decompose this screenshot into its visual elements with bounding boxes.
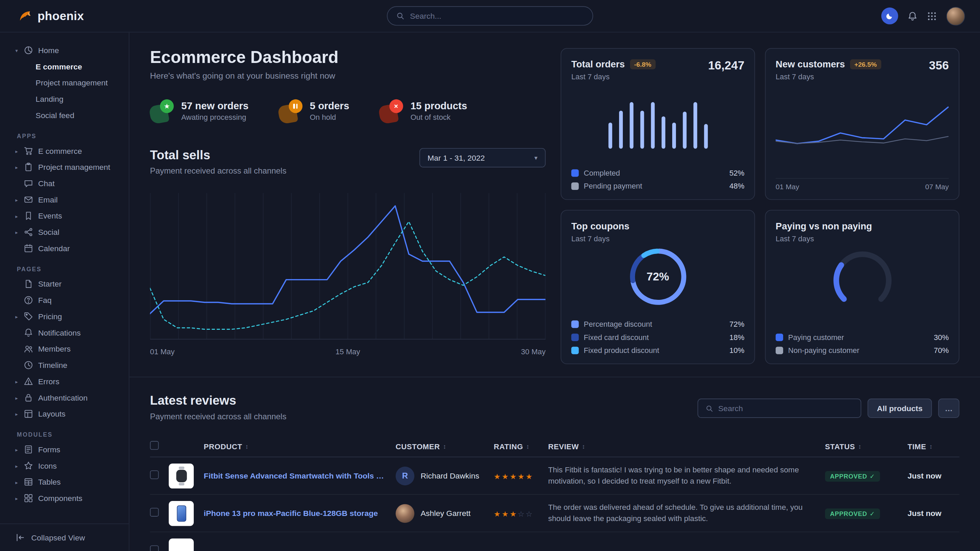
stat-value: 57 new orders	[181, 101, 248, 112]
dashboard-top: Ecommerce Dashboard Here's what's going …	[129, 32, 980, 376]
sidebar-item-e-commerce[interactable]: ▸E commerce	[0, 143, 129, 159]
sidebar-subitem-project-management[interactable]: Project management	[0, 75, 129, 91]
legend-label: Paying customer	[788, 333, 844, 342]
new-customers-chart	[776, 94, 949, 164]
product-image	[169, 538, 194, 551]
pause-icon	[278, 99, 302, 123]
sidebar-item-calendar[interactable]: Calendar	[0, 241, 129, 257]
status-badge: APPROVED ✓	[825, 471, 880, 481]
column-header-product[interactable]: PRODUCT↕	[169, 442, 396, 451]
total-orders-card: Total orders -6.8% Last 7 days 16,247 Co…	[560, 48, 755, 200]
paying-gauge-wrap	[821, 245, 904, 305]
dashboard-left-column: Ecommerce Dashboard Here's what's going …	[150, 48, 546, 364]
top-coupons-card: Top coupons Last 7 days 72% Percentage d…	[560, 210, 755, 364]
sidebar-item-label: Components	[38, 494, 83, 503]
sidebar-item-members[interactable]: Members	[0, 341, 129, 357]
column-header-time[interactable]: TIME↕	[907, 442, 959, 451]
sidebar-subitem-landing[interactable]: Landing	[0, 91, 129, 108]
all-products-button[interactable]: All products	[868, 399, 932, 418]
page-subtitle: Here's what's going on at your business …	[150, 71, 546, 81]
total-sells-chart	[150, 189, 546, 342]
sidebar-section-label: APPS	[0, 124, 129, 143]
sidebar-item-label: Calendar	[38, 245, 70, 253]
reviews-subtitle: Payment received across all channels	[150, 412, 287, 421]
sidebar-item-home[interactable]: ▾Home	[0, 43, 129, 59]
sidebar-item-authentication[interactable]: ▸Authentication	[0, 390, 129, 406]
review-row	[150, 532, 959, 551]
review-row: Fitbit Sense Advanced Smartwatch with To…	[150, 457, 959, 495]
sidebar-subitem-social-feed[interactable]: Social feed	[0, 108, 129, 124]
sort-icon: ↕	[443, 443, 446, 449]
legend-item: Fixed product discount10%	[571, 346, 745, 355]
apps-grid-button[interactable]	[927, 11, 937, 21]
legend-swatch	[776, 347, 783, 354]
sidebar-item-notifications[interactable]: Notifications	[0, 325, 129, 341]
row-checkbox[interactable]	[150, 470, 159, 479]
sidebar-item-label: Errors	[38, 378, 59, 386]
sidebar-item-layouts[interactable]: ▸Layouts	[0, 406, 129, 422]
date-range-select[interactable]: Mar 1 - 31, 2022 ▾	[420, 148, 546, 167]
sidebar-item-starter[interactable]: Starter	[0, 276, 129, 292]
reviews-search-input[interactable]	[718, 404, 853, 413]
sidebar-item-forms[interactable]: ▸Forms	[0, 442, 129, 458]
row-checkbox[interactable]	[150, 507, 159, 516]
dark-mode-toggle[interactable]	[881, 8, 898, 24]
customer-avatar	[396, 504, 414, 522]
sidebar-item-project-management[interactable]: ▸Project management	[0, 159, 129, 176]
product-link[interactable]: Fitbit Sense Advanced Smartwatch with To…	[204, 472, 384, 480]
column-header-customer[interactable]: CUSTOMER↕	[396, 442, 494, 451]
legend-swatch	[571, 347, 579, 354]
select-all-checkbox[interactable]	[150, 441, 159, 450]
clipboard-icon	[24, 162, 34, 172]
column-header-review[interactable]: REVIEW↕	[548, 442, 825, 451]
search-icon	[706, 404, 713, 412]
product-link[interactable]: iPhone 13 pro max-Pacific Blue-128GB sto…	[204, 509, 378, 518]
phoenix-logo[interactable]: phoenix	[18, 8, 84, 24]
check-icon: ✓	[870, 473, 875, 480]
stat-caption: Out of stock	[410, 113, 467, 122]
reviews-table-header: PRODUCT↕CUSTOMER↕RATING↕REVIEW↕STATUS↕TI…	[150, 436, 959, 457]
sidebar-item-chat[interactable]: Chat	[0, 176, 129, 192]
product-image	[169, 463, 194, 488]
share-icon	[24, 227, 34, 237]
sidebar-section-label: MODULES	[0, 422, 129, 442]
sidebar-nav: ▾HomeE commerceProject managementLanding…	[0, 43, 129, 507]
sidebar-item-faq[interactable]: Faq	[0, 292, 129, 309]
calendar-icon	[24, 244, 34, 254]
sidebar-item-components[interactable]: ▸Components	[0, 491, 129, 507]
sidebar-item-tables[interactable]: ▸Tables	[0, 474, 129, 491]
sort-icon: ↕	[929, 443, 933, 449]
grid-dots-icon	[927, 11, 937, 21]
total-sells-header: Total sells Payment received across all …	[150, 148, 546, 176]
star-icon: ★	[150, 99, 174, 123]
sidebar-item-icons[interactable]: ▸Icons	[0, 458, 129, 474]
card-period: Last 7 days	[776, 73, 881, 81]
sidebar-item-pricing[interactable]: ▸Pricing	[0, 309, 129, 325]
notifications-button[interactable]	[907, 11, 917, 21]
column-header-status[interactable]: STATUS↕	[825, 442, 907, 451]
more-options-button[interactable]: …	[938, 399, 959, 418]
global-search[interactable]	[387, 6, 593, 25]
collapse-sidebar-button[interactable]: Collapsed View	[0, 524, 129, 551]
sidebar-subitem-e-commerce[interactable]: E commerce	[0, 59, 129, 75]
bell-icon	[907, 11, 917, 21]
reviews-search[interactable]	[698, 399, 862, 418]
column-header-rating[interactable]: RATING↕	[494, 442, 548, 451]
sort-icon: ↕	[858, 443, 862, 449]
sidebar-item-timeline[interactable]: Timeline	[0, 357, 129, 374]
sidebar-item-social[interactable]: ▸Social	[0, 224, 129, 241]
global-search-input[interactable]	[410, 11, 584, 21]
sidebar-item-email[interactable]: ▸Email	[0, 192, 129, 208]
legend-item: Completed52%	[571, 169, 745, 178]
legend-item: Pending payment48%	[571, 182, 745, 191]
sidebar-item-events[interactable]: ▸Events	[0, 208, 129, 224]
sidebar-item-errors[interactable]: ▸Errors	[0, 374, 129, 390]
moon-icon	[886, 12, 894, 20]
collapse-label: Collapsed View	[31, 533, 85, 542]
legend-swatch	[571, 183, 579, 190]
row-checkbox[interactable]	[150, 545, 159, 551]
caret-right-icon: ▸	[14, 463, 19, 469]
user-avatar[interactable]	[946, 6, 965, 25]
review-text: This Fitbit is fantastic! I was trying t…	[548, 465, 825, 486]
caret-right-icon: ▸	[14, 148, 19, 154]
